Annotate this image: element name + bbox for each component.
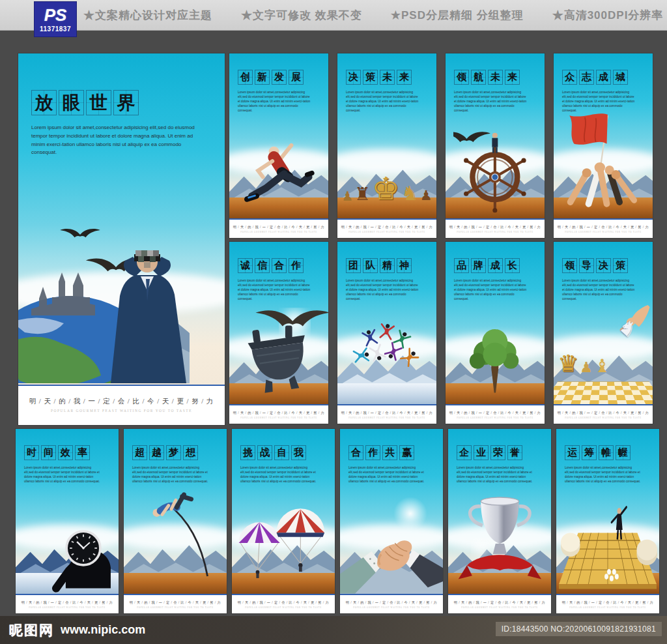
poster-body-text: Lorem ipsum dolor sit amet,consectetur a… (31, 124, 203, 157)
poster-body-text: Lorem ipsum dolor sit amet,consectetur a… (238, 90, 311, 113)
poster-footer: 明 / 天 / 的 / 我 / 一 / 定 / 会 / 比 / 今 / 天 / … (18, 385, 225, 425)
title-char: 放 (31, 90, 57, 115)
title-char: 合 (348, 445, 363, 460)
poster-body-text: Lorem ipsum dolor sit amet,consectetur a… (457, 465, 533, 484)
title-char: 幄 (616, 445, 631, 460)
poster-grid-2: 决策未来 Lorem ipsum dolor sit amet,consecte… (337, 53, 436, 238)
title-char: 决 (346, 70, 361, 85)
ship-wheel-icon (453, 123, 537, 214)
poster-slogan-en: POPULAR GOURMET FEAST WAITING FOR YOU TO… (446, 417, 545, 419)
title-char: 来 (505, 70, 520, 85)
go-board-icon (556, 497, 659, 592)
poster-title: 挑战自我 (240, 445, 327, 460)
poster-body-text: Lorem ipsum dolor sit amet,consectetur a… (565, 465, 641, 484)
title-char: 作 (289, 258, 304, 273)
poster-slogan: 明 / 天 / 的 / 我 / 一 / 定 / 会 / 比 / 今 / 天 / … (229, 411, 328, 415)
poster-body-text: Lorem ipsum dolor sit amet,consectetur a… (454, 278, 527, 302)
title-char: 展 (289, 70, 304, 85)
handshake-icon (340, 518, 443, 594)
tree-icon (455, 311, 535, 398)
poster-photo (16, 495, 119, 594)
poster-body-text: Lorem ipsum dolor sit amet,consectetur a… (132, 465, 208, 484)
poster-photo (232, 495, 335, 594)
title-char: 诚 (238, 258, 253, 273)
title-char: 率 (75, 445, 90, 460)
title-char: 荣 (490, 445, 505, 460)
poster-slogan: 明 / 天 / 的 / 我 / 一 / 定 / 会 / 比 / 今 / 天 / … (340, 600, 443, 605)
title-char: 挑 (240, 445, 255, 460)
poster-slogan-en: POPULAR GOURMET FEAST WAITING FOR YOU TO… (337, 231, 436, 233)
title-char: 精 (380, 258, 395, 273)
title-char: 决 (596, 258, 611, 273)
poster-photo: ♟♜♚♞♟ (337, 119, 436, 218)
title-char: 世 (86, 90, 111, 115)
title-char: 信 (255, 258, 270, 273)
poster-slogan-en: POPULAR GOURMET FEAST WAITING FOR YOU TO… (124, 606, 227, 609)
poster-body-text: Lorem ipsum dolor sit amet,consectetur a… (240, 465, 317, 484)
poster-title: 创新发展 (238, 70, 320, 85)
poster-title: 众志成城 (562, 70, 645, 85)
title-char: 企 (457, 445, 472, 460)
title-char: 未 (380, 70, 395, 85)
poster-title: 品牌成长 (454, 258, 537, 273)
title-char: 成 (488, 258, 503, 273)
title-char: 志 (579, 70, 594, 85)
title-char: 时 (24, 445, 39, 460)
poster-bottom-6: 运筹帷幄 Lorem ipsum dolor sit amet,consecte… (556, 429, 659, 613)
poster-title: 运筹帷幄 (565, 445, 651, 460)
title-char: 超 (132, 445, 147, 460)
poster-body-text: Lorem ipsum dolor sit amet,consectetur a… (454, 90, 527, 113)
top-banner: ★文案精心设计对应主题 ★文字可修改 效果不变 ★PSD分层精细 分组整理 ★高… (0, 0, 667, 31)
poster-slogan: 明 / 天 / 的 / 我 / 一 / 定 / 会 / 比 / 今 / 天 / … (337, 411, 436, 415)
title-char: 战 (257, 445, 272, 460)
feature-item: ★PSD分层精细 分组整理 (391, 8, 524, 23)
nipic-logo: 昵图网 (9, 621, 54, 639)
ps-logo-text: PS (44, 7, 67, 23)
poster-slogan-en: POPULAR GOURMET FEAST WAITING FOR YOU TO… (232, 606, 335, 609)
site-url[interactable]: www.nipic.com (61, 623, 145, 637)
title-char: 领 (454, 70, 469, 85)
binoculars-man-globe-icon (18, 224, 225, 383)
poster-slogan-en: POPULAR GOURMET FEAST WAITING FOR YOU TO… (18, 409, 225, 413)
poster-photo (337, 305, 436, 404)
title-char: 长 (505, 258, 520, 273)
title-char: 越 (149, 445, 164, 460)
poster-title: 诚信合作 (238, 258, 320, 273)
title-char: 想 (183, 445, 198, 460)
poster-photo (340, 495, 443, 594)
parachutes-icon (232, 491, 335, 590)
poster-slogan-en: POPULAR GOURMET FEAST WAITING FOR YOU TO… (446, 231, 545, 233)
poster-body-text: Lorem ipsum dolor sit amet,consectetur a… (562, 90, 635, 113)
poster-slogan-en: POPULAR GOURMET FEAST WAITING FOR YOU TO… (448, 606, 551, 609)
poster-slogan-en: POPULAR GOURMET FEAST WAITING FOR YOU TO… (337, 417, 436, 419)
poster-title: 放眼世界 (31, 90, 212, 115)
poster-slogan: 明 / 天 / 的 / 我 / 一 / 定 / 会 / 比 / 今 / 天 / … (554, 225, 653, 229)
title-char: 共 (382, 445, 397, 460)
title-char: 策 (613, 258, 628, 273)
snowfield (337, 383, 436, 404)
poster-slogan-en: POPULAR GOURMET FEAST WAITING FOR YOU TO… (554, 231, 653, 233)
site-footer-bar: 昵图网 www.nipic.com ID:18443500 NO:2020061… (0, 616, 667, 644)
feature-list: ★文案精心设计对应主题 ★文字可修改 效果不变 ★PSD分层精细 分组整理 ★高… (83, 0, 663, 30)
poster-photo (448, 495, 551, 594)
poster-bottom-4: 合作共赢 Lorem ipsum dolor sit amet,consecte… (340, 429, 443, 613)
title-char: 赢 (399, 445, 414, 460)
title-char: 业 (474, 445, 489, 460)
poster-slogan: 明 / 天 / 的 / 我 / 一 / 定 / 会 / 比 / 今 / 天 / … (18, 397, 225, 406)
poster-slogan: 明 / 天 / 的 / 我 / 一 / 定 / 会 / 比 / 今 / 天 / … (446, 411, 545, 415)
title-char: 运 (565, 445, 580, 460)
skydivers-icon (339, 309, 434, 387)
trophy-icon (457, 485, 543, 592)
feature-item: ★文案精心设计对应主题 (83, 8, 212, 23)
runner-icon (235, 131, 322, 211)
title-char: 发 (272, 70, 287, 85)
title-char: 筹 (582, 445, 597, 460)
title-char: 领 (562, 258, 577, 273)
poster-title: 合作共赢 (348, 445, 435, 460)
poster-slogan-en: POPULAR GOURMET FEAST WAITING FOR YOU TO… (229, 231, 328, 233)
poster-photo (554, 119, 653, 218)
poster-grid-8: 领导决策 Lorem ipsum dolor sit amet,consecte… (554, 242, 653, 424)
feature-item: ★文字可修改 效果不变 (241, 8, 362, 23)
title-char: 梦 (166, 445, 181, 460)
title-char: 成 (596, 70, 611, 85)
